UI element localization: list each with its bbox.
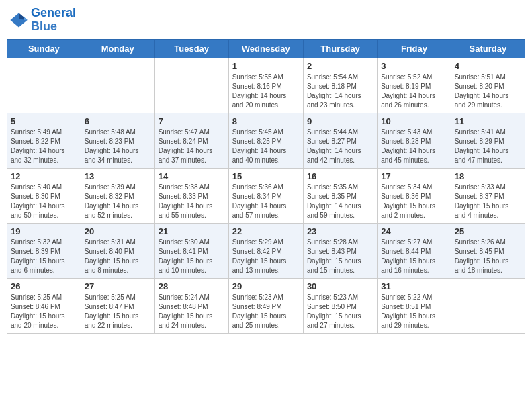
calendar-cell: 3Sunrise: 5:52 AM Sunset: 8:19 PM Daylig… <box>378 58 451 113</box>
day-number: 2 <box>307 61 373 71</box>
calendar-cell: 18Sunrise: 5:33 AM Sunset: 8:37 PM Dayli… <box>451 168 525 223</box>
day-info: Sunrise: 5:54 AM Sunset: 8:18 PM Dayligh… <box>307 73 373 110</box>
day-info: Sunrise: 5:27 AM Sunset: 8:44 PM Dayligh… <box>381 238 447 275</box>
logo-text: General Blue <box>31 7 76 34</box>
calendar-cell: 31Sunrise: 5:22 AM Sunset: 8:51 PM Dayli… <box>378 278 451 333</box>
calendar-cell: 27Sunrise: 5:25 AM Sunset: 8:47 PM Dayli… <box>81 278 154 333</box>
day-number: 10 <box>381 116 447 126</box>
day-number: 31 <box>381 281 447 291</box>
calendar-cell: 5Sunrise: 5:49 AM Sunset: 8:22 PM Daylig… <box>7 113 81 168</box>
calendar-cell: 22Sunrise: 5:29 AM Sunset: 8:42 PM Dayli… <box>228 223 303 278</box>
calendar-cell <box>7 58 81 113</box>
page-header: General Blue <box>7 7 525 34</box>
calendar-cell: 4Sunrise: 5:51 AM Sunset: 8:20 PM Daylig… <box>451 58 525 113</box>
calendar-cell: 26Sunrise: 5:25 AM Sunset: 8:46 PM Dayli… <box>7 278 81 333</box>
day-number: 27 <box>85 281 151 291</box>
calendar-cell: 19Sunrise: 5:32 AM Sunset: 8:39 PM Dayli… <box>7 223 81 278</box>
day-number: 30 <box>307 281 373 291</box>
day-info: Sunrise: 5:47 AM Sunset: 8:24 PM Dayligh… <box>159 128 225 165</box>
calendar-cell: 16Sunrise: 5:35 AM Sunset: 8:35 PM Dayli… <box>303 168 377 223</box>
day-info: Sunrise: 5:35 AM Sunset: 8:35 PM Dayligh… <box>307 183 373 220</box>
day-number: 18 <box>455 171 521 181</box>
day-number: 24 <box>381 226 447 236</box>
weekday-header: Tuesday <box>154 39 228 58</box>
calendar-week-row: 19Sunrise: 5:32 AM Sunset: 8:39 PM Dayli… <box>7 223 525 278</box>
calendar-cell: 24Sunrise: 5:27 AM Sunset: 8:44 PM Dayli… <box>378 223 451 278</box>
day-number: 4 <box>455 61 521 71</box>
weekday-header: Saturday <box>451 39 525 58</box>
day-info: Sunrise: 5:55 AM Sunset: 8:16 PM Dayligh… <box>232 73 300 110</box>
day-number: 15 <box>232 171 300 181</box>
day-number: 28 <box>159 281 225 291</box>
day-info: Sunrise: 5:24 AM Sunset: 8:48 PM Dayligh… <box>159 293 225 330</box>
day-number: 29 <box>232 281 300 291</box>
calendar-cell <box>81 58 154 113</box>
calendar-cell: 13Sunrise: 5:39 AM Sunset: 8:32 PM Dayli… <box>81 168 154 223</box>
day-info: Sunrise: 5:40 AM Sunset: 8:30 PM Dayligh… <box>11 183 77 220</box>
calendar-cell: 10Sunrise: 5:43 AM Sunset: 8:28 PM Dayli… <box>378 113 451 168</box>
calendar-table: SundayMondayTuesdayWednesdayThursdayFrid… <box>7 39 525 334</box>
day-info: Sunrise: 5:23 AM Sunset: 8:50 PM Dayligh… <box>307 293 373 330</box>
day-number: 1 <box>232 61 300 71</box>
day-number: 7 <box>159 116 225 126</box>
calendar-cell: 30Sunrise: 5:23 AM Sunset: 8:50 PM Dayli… <box>303 278 377 333</box>
weekday-header: Sunday <box>7 39 81 58</box>
day-info: Sunrise: 5:34 AM Sunset: 8:36 PM Dayligh… <box>381 183 447 220</box>
logo-icon <box>9 11 28 30</box>
calendar-cell: 15Sunrise: 5:36 AM Sunset: 8:34 PM Dayli… <box>228 168 303 223</box>
calendar-week-row: 5Sunrise: 5:49 AM Sunset: 8:22 PM Daylig… <box>7 113 525 168</box>
day-number: 9 <box>307 116 373 126</box>
day-number: 22 <box>232 226 300 236</box>
day-info: Sunrise: 5:29 AM Sunset: 8:42 PM Dayligh… <box>232 238 300 275</box>
weekday-header: Thursday <box>303 39 377 58</box>
calendar-week-row: 12Sunrise: 5:40 AM Sunset: 8:30 PM Dayli… <box>7 168 525 223</box>
calendar-cell: 20Sunrise: 5:31 AM Sunset: 8:40 PM Dayli… <box>81 223 154 278</box>
calendar-cell: 1Sunrise: 5:55 AM Sunset: 8:16 PM Daylig… <box>228 58 303 113</box>
calendar-cell: 17Sunrise: 5:34 AM Sunset: 8:36 PM Dayli… <box>378 168 451 223</box>
calendar-cell: 21Sunrise: 5:30 AM Sunset: 8:41 PM Dayli… <box>154 223 228 278</box>
day-info: Sunrise: 5:48 AM Sunset: 8:23 PM Dayligh… <box>85 128 151 165</box>
day-info: Sunrise: 5:30 AM Sunset: 8:41 PM Dayligh… <box>159 238 225 275</box>
calendar-cell <box>154 58 228 113</box>
calendar-cell: 2Sunrise: 5:54 AM Sunset: 8:18 PM Daylig… <box>303 58 377 113</box>
day-number: 25 <box>455 226 521 236</box>
day-info: Sunrise: 5:33 AM Sunset: 8:37 PM Dayligh… <box>455 183 521 220</box>
day-info: Sunrise: 5:45 AM Sunset: 8:25 PM Dayligh… <box>232 128 300 165</box>
calendar-cell: 9Sunrise: 5:44 AM Sunset: 8:27 PM Daylig… <box>303 113 377 168</box>
day-info: Sunrise: 5:38 AM Sunset: 8:33 PM Dayligh… <box>159 183 225 220</box>
calendar-cell <box>451 278 525 333</box>
weekday-header: Wednesday <box>228 39 303 58</box>
calendar-cell: 23Sunrise: 5:28 AM Sunset: 8:43 PM Dayli… <box>303 223 377 278</box>
day-number: 19 <box>11 226 77 236</box>
calendar-cell: 11Sunrise: 5:41 AM Sunset: 8:29 PM Dayli… <box>451 113 525 168</box>
calendar-cell: 25Sunrise: 5:26 AM Sunset: 8:45 PM Dayli… <box>451 223 525 278</box>
day-number: 16 <box>307 171 373 181</box>
calendar-header-row: SundayMondayTuesdayWednesdayThursdayFrid… <box>7 39 525 58</box>
day-info: Sunrise: 5:49 AM Sunset: 8:22 PM Dayligh… <box>11 128 77 165</box>
svg-marker-2 <box>24 16 28 20</box>
day-number: 23 <box>307 226 373 236</box>
day-number: 5 <box>11 116 77 126</box>
calendar-cell: 12Sunrise: 5:40 AM Sunset: 8:30 PM Dayli… <box>7 168 81 223</box>
calendar-cell: 8Sunrise: 5:45 AM Sunset: 8:25 PM Daylig… <box>228 113 303 168</box>
day-info: Sunrise: 5:51 AM Sunset: 8:20 PM Dayligh… <box>455 73 521 110</box>
day-info: Sunrise: 5:43 AM Sunset: 8:28 PM Dayligh… <box>381 128 447 165</box>
day-number: 21 <box>159 226 225 236</box>
day-info: Sunrise: 5:39 AM Sunset: 8:32 PM Dayligh… <box>85 183 151 220</box>
day-number: 12 <box>11 171 77 181</box>
weekday-header: Monday <box>81 39 154 58</box>
logo: General Blue <box>9 7 76 34</box>
calendar-week-row: 26Sunrise: 5:25 AM Sunset: 8:46 PM Dayli… <box>7 278 525 333</box>
day-info: Sunrise: 5:22 AM Sunset: 8:51 PM Dayligh… <box>381 293 447 330</box>
day-info: Sunrise: 5:32 AM Sunset: 8:39 PM Dayligh… <box>11 238 77 275</box>
day-info: Sunrise: 5:28 AM Sunset: 8:43 PM Dayligh… <box>307 238 373 275</box>
day-info: Sunrise: 5:31 AM Sunset: 8:40 PM Dayligh… <box>85 238 151 275</box>
day-number: 14 <box>159 171 225 181</box>
day-number: 26 <box>11 281 77 291</box>
weekday-header: Friday <box>378 39 451 58</box>
day-info: Sunrise: 5:52 AM Sunset: 8:19 PM Dayligh… <box>381 73 447 110</box>
day-number: 3 <box>381 61 447 71</box>
day-info: Sunrise: 5:41 AM Sunset: 8:29 PM Dayligh… <box>455 128 521 165</box>
calendar-cell: 14Sunrise: 5:38 AM Sunset: 8:33 PM Dayli… <box>154 168 228 223</box>
day-number: 11 <box>455 116 521 126</box>
